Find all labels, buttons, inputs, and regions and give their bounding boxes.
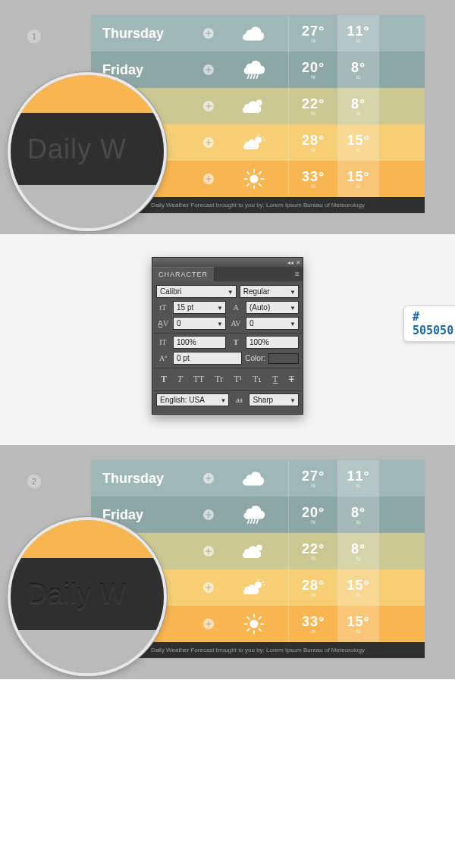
font-size-field[interactable]: 15 pt▼	[173, 301, 226, 314]
temp-hi: 20°hi	[288, 52, 337, 88]
kerning-field[interactable]: 0▼	[173, 317, 226, 330]
baseline-icon: Aª	[156, 352, 170, 365]
text-style-buttons: T T TT Tr T¹ T₁ T Ŧ	[156, 371, 299, 388]
cloud-icon	[220, 23, 288, 44]
temp-hi: 28°hi	[288, 124, 337, 161]
underline-button[interactable]: T	[272, 374, 278, 385]
temp-lo: 15°lo	[337, 124, 379, 161]
expand-icon[interactable]	[203, 473, 214, 484]
expand-icon[interactable]	[203, 101, 214, 111]
sun-icon	[220, 613, 288, 635]
svg-line-10	[247, 172, 249, 174]
rain-cloud-icon	[220, 59, 288, 80]
sun-icon	[220, 168, 288, 190]
panel-menu-icon[interactable]: ≡	[292, 267, 303, 281]
bold-button[interactable]: T	[161, 374, 167, 385]
temp-hi: 28°hi	[288, 569, 337, 606]
expand-icon[interactable]	[203, 28, 214, 39]
expand-icon[interactable]	[203, 619, 214, 629]
expand-icon[interactable]	[203, 546, 214, 556]
strikethrough-button[interactable]: Ŧ	[289, 374, 294, 385]
svg-line-3	[262, 136, 264, 138]
svg-line-26	[259, 617, 261, 619]
collapse-icon[interactable]: ◂◂	[287, 259, 293, 266]
superscript-button[interactable]: T¹	[234, 374, 242, 385]
tutorial-step-1: 1 Thursday 27°hi 11°lo Friday 20°hi 8°lo	[0, 0, 455, 234]
temp-lo: 8°lo	[337, 497, 379, 533]
svg-line-25	[259, 628, 261, 631]
leading-field[interactable]: (Auto)▼	[246, 301, 299, 314]
cloud-icon	[220, 468, 288, 489]
character-panel: ◂◂ ✕ CHARACTER ≡ Calibri▼ Regular▼ tT 15…	[152, 257, 303, 415]
tab-character[interactable]: CHARACTER	[152, 267, 215, 281]
antialias-dropdown[interactable]: Sharp▼	[249, 393, 299, 406]
partly-cloudy-icon	[220, 541, 288, 562]
weather-row: Thursday 27°hi 11°lo	[91, 460, 425, 497]
language-dropdown[interactable]: English: USA▼	[156, 393, 229, 406]
temp-hi: 22°hi	[288, 88, 337, 124]
hscale-field[interactable]: 100%	[246, 336, 299, 349]
vscale-icon: IT	[156, 336, 170, 349]
expand-icon[interactable]	[203, 137, 214, 148]
weather-row: Friday 20°hi 8°lo	[91, 497, 425, 533]
font-style-dropdown[interactable]: Regular▼	[240, 285, 299, 298]
day-label: Thursday	[91, 26, 197, 42]
baseline-field[interactable]: 0 pt	[173, 352, 242, 365]
font-size-icon: tT	[156, 301, 170, 314]
partly-cloudy-icon	[220, 96, 288, 117]
photoshop-panel-area: ◂◂ ✕ CHARACTER ≡ Calibri▼ Regular▼ tT 15…	[0, 234, 455, 445]
sunny-cloud-icon	[220, 132, 288, 153]
weather-row: Friday 20°hi 8°lo	[91, 52, 425, 88]
temp-lo: 11°lo	[337, 460, 379, 497]
temp-lo: 8°lo	[337, 88, 379, 124]
temp-lo: 8°lo	[337, 533, 379, 569]
temp-hi: 22°hi	[288, 533, 337, 569]
tutorial-step-2: 2 Thursday 27°hi 11°lo Friday 20°hi 8°lo…	[0, 445, 455, 679]
svg-point-15	[255, 581, 262, 588]
font-family-dropdown[interactable]: Calibri▼	[156, 285, 237, 298]
subscript-button[interactable]: T₁	[253, 374, 262, 385]
svg-line-12	[259, 172, 261, 174]
step-badge-1: 1	[27, 29, 42, 44]
svg-line-27	[247, 628, 249, 631]
antialias-icon: aa	[232, 393, 246, 406]
temp-lo: 15°lo	[337, 161, 379, 197]
temp-hi: 33°hi	[288, 606, 337, 642]
temp-lo: 15°lo	[337, 569, 379, 606]
svg-line-11	[259, 183, 261, 186]
day-label: Thursday	[91, 471, 197, 487]
temp-lo: 8°lo	[337, 52, 379, 88]
rain-cloud-icon	[220, 504, 288, 525]
svg-line-17	[262, 581, 264, 583]
tracking-field[interactable]: 0▼	[246, 317, 299, 330]
close-icon[interactable]: ✕	[296, 259, 301, 266]
expand-icon[interactable]	[203, 582, 214, 593]
temp-hi: 27°hi	[288, 460, 337, 497]
smallcaps-button[interactable]: Tr	[215, 374, 223, 385]
temp-hi: 27°hi	[288, 15, 337, 52]
svg-line-24	[247, 617, 249, 619]
weather-row: Thursday 27°hi 11°lo	[91, 15, 425, 52]
allcaps-button[interactable]: TT	[193, 374, 205, 385]
expand-icon[interactable]	[203, 64, 214, 75]
magnified-text: Daily W	[27, 133, 127, 165]
color-swatch[interactable]	[268, 353, 299, 364]
magnified-text: Daily W	[27, 578, 127, 610]
hex-callout: # 505050	[403, 306, 455, 342]
temp-hi: 20°hi	[288, 497, 337, 533]
expand-icon[interactable]	[203, 174, 214, 184]
svg-point-1	[255, 136, 262, 143]
step-badge-2: 2	[27, 474, 42, 489]
tracking-icon: AV	[229, 317, 243, 330]
italic-button[interactable]: T	[177, 374, 183, 385]
kerning-icon: A̲V	[156, 317, 170, 330]
temp-lo: 11°lo	[337, 15, 379, 52]
magnifier-lens: Daily W	[8, 72, 167, 231]
svg-line-13	[247, 183, 249, 186]
sunny-cloud-icon	[220, 577, 288, 598]
hscale-icon: T	[229, 336, 243, 349]
temp-lo: 15°lo	[337, 606, 379, 642]
expand-icon[interactable]	[203, 509, 214, 520]
vscale-field[interactable]: 100%	[173, 336, 226, 349]
panel-titlebar[interactable]: ◂◂ ✕	[152, 258, 303, 267]
